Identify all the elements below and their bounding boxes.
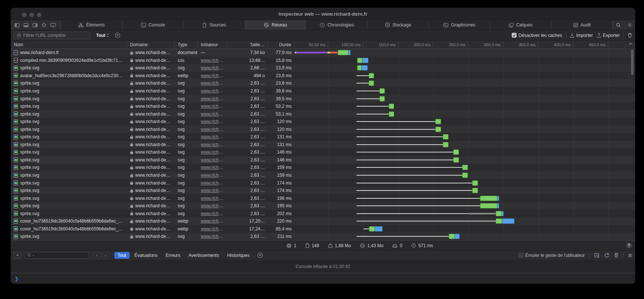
table-row[interactable]: sprite.svg www.richard-dern.fr svg www.r…: [11, 141, 635, 149]
table-row[interactable]: sprite.svg www.richard-dern.fr svg www.r…: [11, 87, 635, 95]
resource-initiator[interactable]: www.richard-d…: [201, 188, 225, 193]
console-filter-tout[interactable]: Tout: [114, 252, 130, 259]
table-row[interactable]: sprite.svg www.richard-dern.fr svg www.r…: [11, 156, 635, 164]
help-button[interactable]: ?: [626, 243, 632, 248]
resource-initiator[interactable]: www.richard-d…: [201, 150, 225, 155]
console-prompt[interactable]: ❯: [11, 273, 635, 284]
table-row[interactable]: sprite.svg www.richard-dern.fr svg www.r…: [11, 103, 635, 110]
emulate-user-gesture-checkbox[interactable]: Émuler le geste de l'utilisateur: [518, 253, 585, 258]
tab-graphics[interactable]: Graphismes: [429, 20, 490, 30]
close-window-button[interactable]: [22, 13, 26, 17]
search-button[interactable]: [613, 20, 624, 30]
resource-initiator[interactable]: www.richard-d…: [201, 173, 225, 178]
table-row[interactable]: compiled.min.38390909f303624ed9e1cf1bd3f…: [11, 57, 635, 64]
resource-initiator[interactable]: www.richard-d…: [201, 96, 225, 101]
table-row[interactable]: sprite.svg www.richard-dern.fr svg www.r…: [11, 164, 635, 171]
next-result-button[interactable]: ›: [102, 252, 109, 259]
vertical-scrollbar[interactable]: [631, 50, 634, 75]
resource-initiator[interactable]: —: [201, 50, 205, 55]
tab-console[interactable]: Console: [123, 20, 184, 30]
tab-elements[interactable]: Éléments: [61, 20, 123, 30]
previous-result-button[interactable]: ‹: [93, 252, 101, 259]
dock-left-icon[interactable]: [15, 23, 20, 28]
tab-network[interactable]: Réseau: [245, 20, 307, 30]
table-row[interactable]: sprite.svg www.richard-dern.fr svg www.r…: [11, 118, 635, 126]
resource-initiator[interactable]: www.richard-d…: [201, 88, 225, 94]
element-picker-icon[interactable]: [41, 22, 47, 28]
console-filter-avertissements[interactable]: Avertissements: [185, 252, 222, 259]
resource-initiator[interactable]: www.richard-d…: [201, 226, 225, 232]
console-search-input[interactable]: [24, 252, 89, 259]
resource-initiator[interactable]: www.richard-d…: [201, 218, 225, 224]
filter-options-icon[interactable]: [115, 32, 120, 38]
column-header-type[interactable]: Type: [175, 41, 198, 48]
resource-initiator[interactable]: www.richard-d…: [201, 203, 225, 208]
resource-initiator[interactable]: www.richard-d…: [201, 111, 225, 117]
resource-initiator[interactable]: www.richard-d…: [201, 81, 225, 86]
settings-gear-icon[interactable]: [624, 20, 635, 30]
column-header-duration[interactable]: Durée: [268, 41, 295, 48]
url-filter-input[interactable]: Filtrer l'URL complète: [14, 32, 90, 39]
table-row[interactable]: sprite.svg www.richard-dern.fr svg www.r…: [11, 95, 635, 103]
column-header-initiator[interactable]: Initiateur: [198, 41, 228, 48]
disable-caches-checkbox[interactable]: Désactiver les caches: [512, 33, 562, 38]
table-row[interactable]: sprite.svg www.richard-dern.fr svg www.r…: [11, 79, 635, 87]
console-filter-historiques[interactable]: Historiques: [224, 252, 253, 259]
resource-initiator[interactable]: www.richard-d…: [201, 127, 225, 132]
resource-initiator[interactable]: www.richard-d…: [201, 196, 225, 201]
table-row[interactable]: sprite.svg www.richard-dern.fr svg www.r…: [11, 187, 635, 195]
resource-initiator[interactable]: www.richard-d…: [201, 104, 225, 109]
refresh-icon[interactable]: [604, 253, 609, 258]
dock-bottom-icon[interactable]: [23, 23, 29, 28]
clear-console-trash-icon[interactable]: [614, 253, 619, 258]
table-row[interactable]: cover_hu736519dc3b5040cfa48b6b559b6de6ec…: [11, 225, 635, 233]
table-row[interactable]: sprite.svg www.richard-dern.fr svg www.r…: [11, 110, 635, 118]
resource-initiator[interactable]: www.richard-d…: [201, 234, 225, 239]
tab-timelines[interactable]: Chronologies: [306, 20, 368, 30]
minimize-window-button[interactable]: [29, 13, 34, 17]
resource-initiator[interactable]: www.richard-d…: [201, 180, 225, 186]
console-filter-évaluations[interactable]: Évaluations: [131, 252, 161, 259]
tab-layers[interactable]: Calques: [490, 20, 552, 30]
console-filter-options-icon[interactable]: [257, 252, 263, 258]
resource-initiator[interactable]: www.richard-d…: [201, 165, 225, 170]
column-header-size[interactable]: Taille…: [228, 41, 268, 48]
export-button[interactable]: Exporter: [597, 33, 620, 38]
table-row[interactable]: sprite.svg www.richard-dern.fr svg www.r…: [11, 133, 635, 141]
column-header-name[interactable]: Nom: [11, 41, 127, 48]
console-filter-erreurs[interactable]: Erreurs: [162, 252, 184, 259]
resource-type-select[interactable]: Tout: [96, 33, 110, 38]
table-row[interactable]: www.richard-dern.fr www.richard-dern.fr …: [11, 49, 635, 57]
zoom-window-button[interactable]: [37, 13, 41, 17]
expand-console-icon[interactable]: [628, 253, 632, 258]
tab-sources[interactable]: Sources: [184, 20, 245, 30]
collapse-waterfall-icon[interactable]: [629, 43, 632, 45]
table-row[interactable]: sprite.svg www.richard-dern.fr svg www.r…: [11, 233, 635, 240]
table-row[interactable]: sprite.svg www.richard-dern.fr svg www.r…: [11, 194, 635, 202]
device-icon[interactable]: [50, 23, 56, 28]
resource-initiator[interactable]: www.richard-d…: [201, 119, 225, 124]
table-row[interactable]: sprite.svg www.richard-dern.fr svg www.r…: [11, 202, 635, 210]
table-row[interactable]: cover_hu736519dc3b5040cfa48b6b559b6de6ec…: [11, 217, 635, 225]
resource-initiator[interactable]: www.richard-d…: [201, 65, 225, 70]
resource-initiator[interactable]: www.richard-d…: [201, 58, 225, 63]
js-context-icon[interactable]: JS: [594, 253, 600, 258]
resource-initiator[interactable]: www.richard-d…: [201, 134, 225, 139]
import-button[interactable]: Importer: [570, 33, 593, 38]
table-row[interactable]: sprite.svg www.richard-dern.fr svg www.r…: [11, 148, 635, 156]
console-scope-button[interactable]: [14, 252, 21, 258]
column-header-domain[interactable]: Domaine: [127, 41, 175, 48]
table-row[interactable]: sprite.svg www.richard-dern.fr svg www.r…: [11, 125, 635, 133]
table-row[interactable]: sprite.svg www.richard-dern.fr svg www.r…: [11, 171, 635, 179]
resource-initiator[interactable]: www.richard-d…: [201, 211, 225, 216]
resource-initiator[interactable]: www.richard-d…: [201, 142, 225, 147]
tab-storage[interactable]: Stockage: [368, 20, 429, 30]
clear-network-items-trash-icon[interactable]: [628, 33, 632, 38]
table-row[interactable]: sprite.svg www.richard-dern.fr svg www.r…: [11, 64, 635, 72]
table-row[interactable]: sprite.svg www.richard-dern.fr svg www.r…: [11, 210, 635, 217]
tab-audit[interactable]: Audit: [552, 20, 613, 30]
table-row[interactable]: avatar_hu85ecc3e298728880b0bde2dcc4e5c23…: [11, 72, 635, 80]
resource-initiator[interactable]: www.richard-d…: [201, 157, 225, 163]
resource-initiator[interactable]: www.richard-d…: [201, 73, 225, 78]
table-row[interactable]: sprite.svg www.richard-dern.fr svg www.r…: [11, 179, 635, 187]
